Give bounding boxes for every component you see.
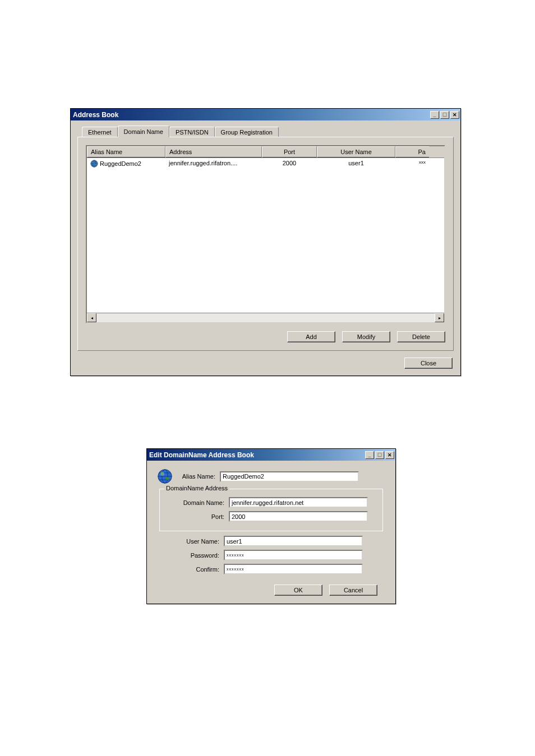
password-label: Password: xyxy=(159,552,224,559)
globe-icon xyxy=(157,469,173,484)
scroll-right-button[interactable]: ▸ xyxy=(435,313,444,322)
window-controls: _ ☐ ✕ xyxy=(429,111,459,119)
domain-address-group: DomainName Address Domain Name: Port: xyxy=(159,489,383,531)
horizontal-scrollbar[interactable]: ◂ ▸ xyxy=(87,313,444,322)
scroll-left-button[interactable]: ◂ xyxy=(87,313,96,322)
cell-port: 2000 xyxy=(262,159,317,168)
col-port[interactable]: Port xyxy=(262,146,317,157)
add-button[interactable]: Add xyxy=(287,331,335,342)
cell-pass: xxx xyxy=(395,159,429,168)
minimize-button[interactable]: _ xyxy=(365,451,374,459)
tab-panel: Alias Name Address Port User Name Pa Rug… xyxy=(77,137,454,351)
table-row[interactable]: RuggedDemo2 jennifer.rugged.rifatron....… xyxy=(87,158,444,169)
cell-user: user1 xyxy=(317,159,395,168)
domain-row: Domain Name: xyxy=(164,497,378,508)
listview-header: Alias Name Address Port User Name Pa xyxy=(87,146,444,158)
col-user-name[interactable]: User Name xyxy=(317,146,395,157)
edit-domain-dialog: Edit DomainName Address Book _ ☐ ✕ Alias… xyxy=(146,448,396,604)
group-legend: DomainName Address xyxy=(164,485,229,491)
col-alias-name[interactable]: Alias Name xyxy=(87,146,165,157)
port-row: Port: xyxy=(164,511,378,522)
alias-name-input[interactable] xyxy=(220,471,359,482)
close-window-button[interactable]: ✕ xyxy=(450,111,459,119)
close-row: Close xyxy=(77,358,454,369)
globe-icon xyxy=(90,160,98,168)
window-body: Ethernet Domain Name PSTN/ISDN Group Reg… xyxy=(71,120,460,375)
tab-domain-name[interactable]: Domain Name xyxy=(118,126,169,137)
confirm-input[interactable] xyxy=(224,564,363,574)
close-window-button[interactable]: ✕ xyxy=(385,451,394,459)
tab-group-registration[interactable]: Group Registration xyxy=(215,127,279,138)
col-password[interactable]: Pa xyxy=(395,146,429,157)
confirm-row: Confirm: xyxy=(159,564,383,574)
tab-row: Ethernet Domain Name PSTN/ISDN Group Reg… xyxy=(77,126,454,137)
window-title: Address Book xyxy=(73,111,429,119)
alias-name-label: Alias Name: xyxy=(175,473,220,480)
window-controls: _ ☐ ✕ xyxy=(364,451,394,459)
minimize-button[interactable]: _ xyxy=(430,111,439,119)
alias-row: Alias Name: xyxy=(154,469,389,484)
cell-alias-text: RuggedDemo2 xyxy=(100,160,141,167)
address-listview[interactable]: Alias Name Address Port User Name Pa Rug… xyxy=(86,145,445,323)
dialog-body: Alias Name: DomainName Address Domain Na… xyxy=(147,461,395,604)
port-label: Port: xyxy=(164,513,229,520)
cell-alias: RuggedDemo2 xyxy=(87,159,165,168)
close-button[interactable]: Close xyxy=(404,358,453,369)
svg-point-4 xyxy=(160,472,164,476)
dialog-button-row: OK Cancel xyxy=(154,585,389,596)
col-address[interactable]: Address xyxy=(165,146,262,157)
window-title: Edit DomainName Address Book xyxy=(149,451,364,459)
port-input[interactable] xyxy=(229,511,368,522)
list-button-row: Add Modify Delete xyxy=(86,331,445,342)
cancel-button[interactable]: Cancel xyxy=(329,585,377,596)
password-row: Password: xyxy=(159,550,383,560)
titlebar[interactable]: Edit DomainName Address Book _ ☐ ✕ xyxy=(147,449,395,461)
scroll-track[interactable] xyxy=(96,313,435,322)
password-input[interactable] xyxy=(224,550,363,560)
confirm-label: Confirm: xyxy=(159,566,224,573)
user-name-label: User Name: xyxy=(159,538,224,545)
ok-button[interactable]: OK xyxy=(274,585,322,596)
user-name-input[interactable] xyxy=(224,536,363,546)
tab-ethernet[interactable]: Ethernet xyxy=(82,127,118,138)
domain-name-input[interactable] xyxy=(229,497,368,508)
delete-button[interactable]: Delete xyxy=(397,331,445,342)
maximize-button[interactable]: ☐ xyxy=(440,111,449,119)
tab-pstn-isdn[interactable]: PSTN/ISDN xyxy=(169,127,215,138)
cell-address: jennifer.rugged.rifatron.... xyxy=(165,159,262,168)
modify-button[interactable]: Modify xyxy=(342,331,390,342)
titlebar[interactable]: Address Book _ ☐ ✕ xyxy=(71,109,460,120)
maximize-button[interactable]: ☐ xyxy=(375,451,384,459)
username-row: User Name: xyxy=(159,536,383,546)
address-book-window: Address Book _ ☐ ✕ Ethernet Domain Name … xyxy=(70,108,461,376)
domain-name-label: Domain Name: xyxy=(164,499,229,506)
